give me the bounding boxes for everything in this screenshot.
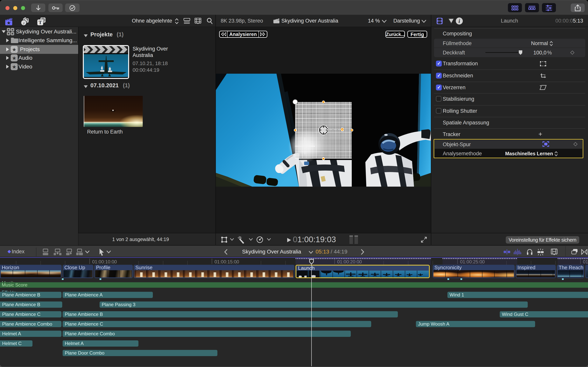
svg-text:★: ★	[11, 28, 14, 31]
svg-text:♪: ♪	[23, 21, 25, 25]
svg-text:★: ★	[7, 32, 10, 35]
svg-text:T: T	[39, 20, 42, 25]
svg-text:★: ★	[7, 20, 11, 25]
svg-text:★: ★	[7, 28, 10, 31]
svg-text:★: ★	[11, 32, 14, 35]
